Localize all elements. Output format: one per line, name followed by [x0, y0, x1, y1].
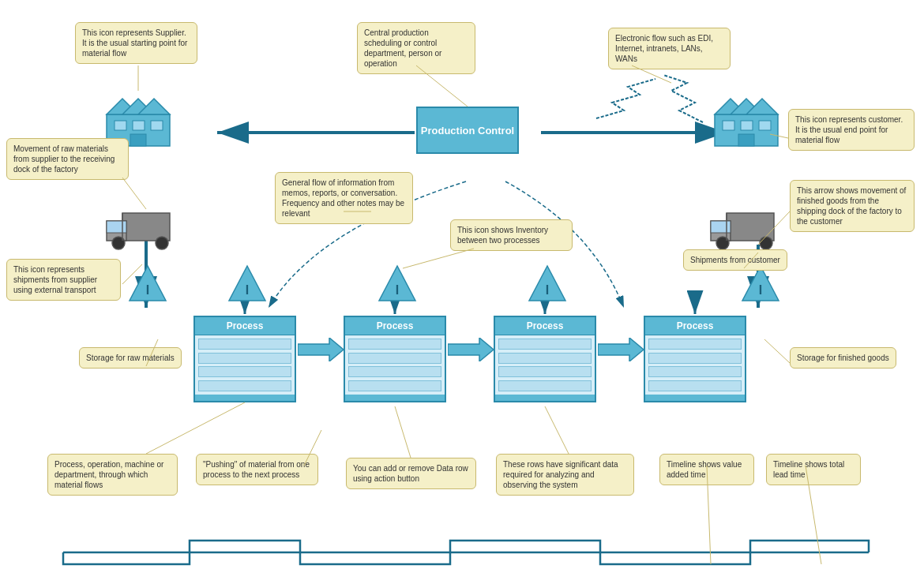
callout-prod-control: Central production scheduling or control…: [357, 22, 475, 74]
data-row-1-4: [198, 380, 291, 391]
data-row-2-2: [348, 353, 441, 364]
svg-marker-50: [448, 338, 494, 361]
callout-shipments-customer: Shipments from customer: [683, 249, 787, 271]
callout-supplier: This icon represents Supplier. It is the…: [75, 22, 197, 64]
svg-line-66: [395, 406, 411, 458]
svg-marker-49: [298, 338, 344, 361]
svg-rect-26: [738, 134, 754, 146]
data-row-4-1: [648, 339, 742, 350]
data-row-1-2: [198, 353, 291, 364]
callout-storage-finished: Storage for finished goods: [790, 347, 896, 369]
svg-rect-24: [741, 121, 753, 130]
svg-marker-51: [598, 338, 644, 361]
supplier-truck: [103, 209, 182, 253]
svg-line-63: [764, 339, 790, 363]
svg-rect-17: [151, 121, 163, 130]
callout-shipment-supplier: This icon represents shipments from supp…: [6, 259, 121, 301]
callout-electronic-flow: Electronic flow such as EDI, Internet, i…: [608, 28, 731, 69]
production-control-box: Production Control: [416, 107, 519, 154]
process-box-3: Process: [494, 316, 596, 402]
svg-text:I: I: [246, 283, 249, 297]
svg-rect-15: [115, 121, 126, 130]
inventory-triangle-2: I: [377, 264, 417, 302]
data-row-4-2: [648, 353, 742, 364]
svg-text:I: I: [146, 283, 149, 297]
data-row-2-4: [348, 380, 441, 391]
svg-text:I: I: [759, 283, 762, 297]
callout-info-flow: General flow of information from memos, …: [275, 172, 413, 224]
inventory-triangle-supplier: I: [128, 264, 167, 302]
data-row-1-3: [198, 366, 291, 377]
callout-raw-movement: Movement of raw materials from supplier …: [6, 138, 129, 180]
callout-inventory: This icon shows Inventory between two pr…: [450, 219, 573, 251]
process-label-1: Process: [195, 317, 295, 335]
svg-text:I: I: [546, 283, 549, 297]
svg-line-64: [146, 402, 245, 454]
process-label-4: Process: [645, 317, 745, 335]
data-row-3-4: [498, 380, 592, 391]
data-row-1-1: [198, 339, 291, 350]
callout-data-significance: These rows have significant data require…: [496, 454, 634, 496]
svg-point-30: [156, 237, 168, 249]
production-control-label: Production Control: [421, 125, 514, 137]
inventory-triangle-1: I: [227, 264, 267, 302]
data-row-2-1: [348, 339, 441, 350]
callout-timeline-lead: Timeline shows total lead time: [766, 454, 861, 485]
svg-rect-18: [130, 134, 146, 146]
customer-truck: [707, 209, 786, 253]
svg-rect-37: [711, 221, 731, 233]
data-row-3-2: [498, 353, 592, 364]
svg-rect-31: [107, 221, 126, 233]
callout-finished-goods: This arrow shows movement of finished go…: [790, 180, 915, 232]
process-box-1: Process: [193, 316, 296, 402]
callout-process: Process, operation, machine or departmen…: [47, 454, 178, 496]
callout-storage-raw: Storage for raw materials: [79, 347, 182, 369]
svg-rect-16: [133, 121, 145, 130]
callout-data-row: You can add or remove Data row using act…: [346, 458, 476, 489]
svg-text:I: I: [396, 283, 399, 297]
push-arrow-1: [298, 338, 344, 361]
svg-line-56: [122, 178, 146, 209]
data-row-2-3: [348, 366, 441, 377]
callout-push: "Pushing" of material from one process t…: [196, 454, 318, 485]
process-label-2: Process: [345, 317, 445, 335]
data-row-3-3: [498, 366, 592, 377]
data-row-4-3: [648, 366, 742, 377]
svg-point-36: [760, 237, 772, 249]
inventory-triangle-3: I: [528, 264, 567, 302]
customer-factory: [711, 91, 782, 150]
process-box-2: Process: [344, 316, 446, 402]
svg-rect-23: [723, 121, 734, 130]
process-label-3: Process: [495, 317, 595, 335]
callout-customer: This icon represents customer. It is the…: [788, 109, 915, 151]
svg-line-67: [545, 406, 569, 454]
svg-rect-25: [759, 121, 771, 130]
process-box-4: Process: [644, 316, 746, 402]
push-arrow-2: [448, 338, 494, 361]
push-arrow-3: [598, 338, 644, 361]
data-row-4-4: [648, 380, 742, 391]
data-row-3-1: [498, 339, 592, 350]
callout-timeline-value: Timeline shows value added time: [659, 454, 754, 485]
